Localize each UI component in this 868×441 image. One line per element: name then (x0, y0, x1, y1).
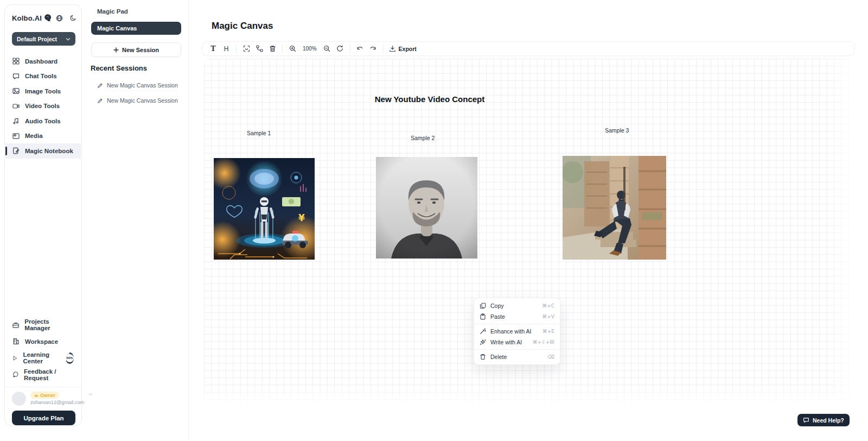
nav-magic-canvas-label: Magic Canvas (97, 25, 137, 32)
export-label: Export (399, 46, 417, 52)
magic-canvas-surface[interactable]: New Youtube Video Concept Sample 1 Sampl… (204, 59, 856, 406)
sidebar-item-projects-manager[interactable]: Projects Manager (5, 317, 81, 333)
context-menu-shortcut: ⌘+E (542, 329, 554, 334)
sidebar-item-label: Projects Manager (24, 318, 74, 331)
context-menu-delete[interactable]: Delete ⌫ (474, 351, 560, 362)
sidebar-item-audio-tools[interactable]: Audio Tools (5, 114, 81, 129)
nav-magic-canvas-selected[interactable]: Magic Canvas (91, 22, 181, 35)
music-note-icon (12, 117, 20, 124)
redo-button[interactable] (367, 43, 380, 54)
media-icon (12, 133, 20, 140)
sidebar-item-workspace[interactable]: Workspace (5, 333, 81, 350)
logo-row: Kolbo.AI (12, 13, 76, 23)
sample-1-label[interactable]: Sample 1 (247, 130, 271, 136)
canvas-toolbar: T H 100% Export (202, 41, 855, 56)
language-globe-icon[interactable] (56, 15, 63, 22)
toolbar-divider (236, 45, 237, 53)
context-menu-shortcut: ⌘+C (542, 303, 554, 308)
workflow-tool-button[interactable] (253, 43, 266, 54)
zoom-level-value[interactable]: 100% (303, 46, 317, 52)
sidebar-item-chat-tools[interactable]: Chat Tools (5, 69, 81, 84)
dark-mode-moon-icon[interactable] (70, 15, 76, 21)
sparkles-icon (480, 339, 486, 345)
sidebar-item-label: Feedback / Request (24, 368, 74, 381)
toolbar-divider (383, 45, 384, 53)
upgrade-plan-label: Upgrade Plan (23, 415, 63, 421)
heading-tool-button[interactable]: H (220, 43, 233, 54)
session-item-label: New Magic Canvas Session (107, 82, 178, 89)
need-help-label: Need Help? (813, 417, 844, 424)
owner-badge-label: Owner (40, 393, 55, 398)
upgrade-plan-button[interactable]: Upgrade Plan (12, 411, 75, 425)
owner-badge: Owner (30, 392, 59, 399)
zoom-out-button[interactable] (321, 43, 334, 54)
export-button[interactable]: Export (387, 45, 419, 52)
project-selector[interactable]: Default Project (12, 32, 75, 46)
context-menu-divider (474, 324, 560, 324)
video-camera-icon (12, 103, 20, 110)
chat-icon (12, 73, 20, 80)
sidebar-item-learning-center[interactable]: Learning Center 66% (5, 350, 81, 367)
sample-1-image[interactable]: ¥ (214, 158, 315, 260)
pencil-icon (97, 98, 103, 104)
sidebar-item-magic-notebook[interactable]: Magic Notebook (5, 143, 81, 159)
text-tool-button[interactable]: T (207, 43, 220, 54)
trash-icon (480, 354, 486, 360)
sidebar: Kolbo.AI Default Project Dashboard Chat … (4, 4, 82, 426)
nav-magic-pad[interactable]: Magic Pad (97, 8, 128, 15)
pencil-icon (97, 83, 103, 89)
canvas-heading[interactable]: New Youtube Video Concept (294, 94, 565, 104)
sample-2-label[interactable]: Sample 2 (411, 135, 435, 141)
context-menu-write-with-ai[interactable]: Write with AI ⌘+⇧+W (474, 337, 560, 348)
context-menu-enhance-with-ai[interactable]: Enhance with AI ⌘+E (474, 326, 560, 337)
context-menu-divider (474, 349, 560, 350)
new-session-button[interactable]: New Session (91, 42, 181, 57)
context-menu-copy[interactable]: Copy ⌘+C (474, 300, 560, 311)
sidebar-item-label: Magic Notebook (25, 148, 73, 154)
user-account-row[interactable]: Owner zoharvan12@gmail.com (5, 387, 81, 406)
sessions-panel: Magic Pad Magic Canvas New Session Recen… (83, 0, 189, 441)
copy-icon (480, 303, 486, 309)
session-item[interactable]: New Magic Canvas Session (97, 97, 178, 104)
learning-progress-ring: 66% (66, 352, 74, 364)
sidebar-item-label: Workspace (25, 338, 58, 345)
canvas-bottom-fade (204, 383, 856, 406)
play-icon (12, 355, 17, 362)
zoom-in-button[interactable] (286, 43, 299, 54)
sample-3-image[interactable] (563, 156, 666, 260)
sidebar-nav: Dashboard Chat Tools Image Tools Video T… (5, 54, 81, 159)
undo-button[interactable] (354, 43, 367, 54)
feedback-bubble-icon (12, 371, 18, 378)
notebook-pen-icon (12, 147, 20, 154)
download-icon (389, 45, 396, 52)
sidebar-item-label: Audio Tools (25, 118, 61, 124)
sidebar-item-video-tools[interactable]: Video Tools (5, 99, 81, 114)
sidebar-bottom-nav: Projects Manager Workspace Learning Cent… (5, 317, 81, 383)
sidebar-item-label: Learning Center (23, 351, 58, 364)
sidebar-item-media[interactable]: Media (5, 129, 81, 144)
toolbar-divider (282, 45, 283, 53)
sidebar-item-label: Image Tools (25, 88, 61, 94)
delete-tool-button[interactable] (266, 43, 279, 54)
context-menu-label: Delete (490, 354, 507, 360)
svg-text:¥: ¥ (298, 212, 305, 223)
context-menu-paste[interactable]: Paste ⌘+V (474, 311, 560, 322)
sidebar-item-label: Video Tools (25, 103, 60, 109)
brand-logo: Kolbo.AI (12, 14, 42, 22)
clipboard-icon (480, 313, 486, 320)
main-area: Magic Canvas T H 100% (189, 0, 868, 441)
reset-view-button[interactable] (334, 43, 347, 54)
sidebar-item-label: Dashboard (25, 58, 58, 65)
need-help-button[interactable]: Need Help? (797, 414, 850, 426)
project-selector-label: Default Project (17, 36, 57, 42)
context-menu-label: Paste (490, 313, 505, 320)
context-menu-label: Enhance with AI (490, 328, 531, 335)
sidebar-item-dashboard[interactable]: Dashboard (5, 54, 81, 69)
sidebar-item-feedback-request[interactable]: Feedback / Request (5, 367, 81, 383)
face-scan-tool-button[interactable] (240, 43, 253, 54)
dashboard-icon (12, 58, 20, 65)
session-item[interactable]: New Magic Canvas Session (97, 82, 178, 89)
sidebar-item-image-tools[interactable]: Image Tools (5, 84, 81, 99)
sample-2-image[interactable] (376, 157, 477, 259)
sample-3-label[interactable]: Sample 3 (605, 127, 629, 134)
